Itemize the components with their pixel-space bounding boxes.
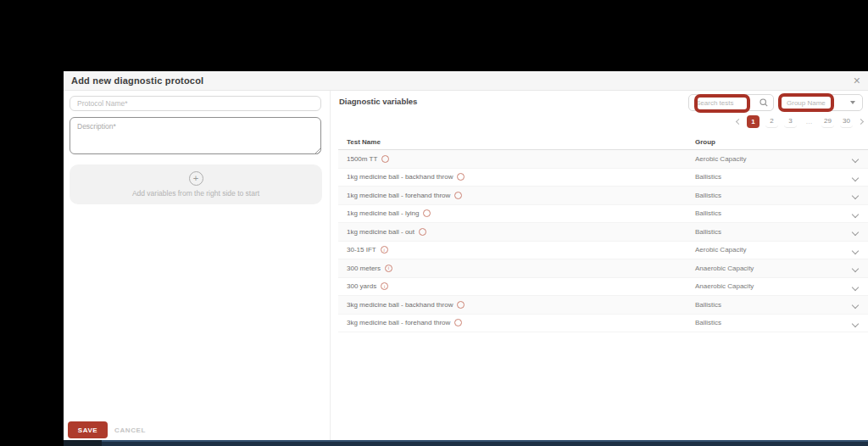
test-name-cell: 1kg medicine ball - forehand throw [338, 192, 462, 199]
group-cell: Ballistics [695, 319, 721, 326]
group-cell: Aerobic Capacity [695, 246, 746, 254]
table-row[interactable]: 1kg medicine ball - forehand throw Balli… [338, 187, 868, 205]
chevron-down-icon[interactable] [852, 174, 859, 181]
table-row[interactable]: 3kg medicine ball - backhand throw Balli… [338, 296, 868, 315]
pagination: 123…2930 [737, 114, 863, 128]
table-body: 1500m TT Aerobic Capacity 1kg medicine b… [338, 150, 868, 332]
table-row[interactable]: 1kg medicine ball - out Ballistics [338, 223, 868, 242]
page-button-1[interactable]: 1 [747, 115, 760, 128]
plus-icon: + [189, 171, 203, 186]
chevron-down-icon[interactable] [852, 320, 859, 326]
page-button-3[interactable]: 3 [784, 115, 797, 128]
test-name-cell: 1kg medicine ball - lying [338, 209, 431, 217]
cancel-button[interactable]: CANCEL [114, 421, 146, 438]
group-dropdown-placeholder: Group Name [787, 99, 826, 107]
test-name-cell: 1kg medicine ball - backhand throw [338, 173, 465, 181]
chevron-down-icon [850, 101, 855, 104]
page-button-2[interactable]: 2 [765, 115, 778, 128]
screen: Add new diagnostic protocol × + Add vari… [0, 0, 868, 446]
chevron-down-icon[interactable] [852, 156, 859, 163]
group-cell: Ballistics [695, 228, 721, 236]
page-button-30[interactable]: 30 [840, 115, 853, 128]
group-cell: Anaerobic Capacity [695, 282, 754, 290]
table-row[interactable]: 3kg medicine ball - forehand throw Balli… [338, 315, 868, 333]
info-icon[interactable] [381, 155, 389, 163]
chevron-down-icon[interactable] [852, 283, 859, 290]
group-cell: Ballistics [695, 192, 721, 199]
table-row[interactable]: 1kg medicine ball - backhand throw Balli… [338, 169, 868, 187]
info-icon[interactable] [419, 228, 426, 236]
info-icon[interactable]: i [385, 265, 392, 272]
test-name-cell: 300 meters i [338, 265, 392, 272]
group-cell: Anaerobic Capacity [695, 265, 754, 272]
chevron-down-icon[interactable] [852, 210, 859, 217]
info-icon[interactable] [423, 209, 431, 217]
chevron-left-icon[interactable] [736, 118, 742, 124]
textarea-resize-grip[interactable] [314, 148, 320, 154]
test-name-cell: 300 yards i [338, 282, 388, 290]
chevron-down-icon[interactable] [852, 229, 859, 236]
search-input[interactable] [696, 99, 755, 107]
description-textarea[interactable] [70, 117, 321, 154]
chevron-down-icon[interactable] [852, 192, 859, 199]
background-bar-segment [64, 440, 102, 446]
chevron-right-icon[interactable] [858, 118, 864, 124]
pagination-ellipsis: … [803, 115, 815, 128]
empty-state-text: Add variables from the right side to sta… [132, 189, 259, 198]
table-row[interactable]: 1kg medicine ball - lying Ballistics [338, 205, 868, 224]
info-icon[interactable] [457, 173, 465, 181]
protocol-name-input[interactable] [70, 96, 321, 111]
chevron-down-icon[interactable] [852, 247, 859, 254]
variables-table: Test Name Group 1500m TT Aerobic Capacit… [338, 135, 868, 332]
test-name-cell: 3kg medicine ball - backhand throw [338, 301, 465, 309]
variables-empty-state: + Add variables from the right side to s… [70, 164, 322, 204]
modal-title: Add new diagnostic protocol [71, 75, 203, 86]
modal-header: Add new diagnostic protocol × [64, 71, 868, 91]
save-button[interactable]: SAVE [68, 421, 108, 438]
add-protocol-modal: Add new diagnostic protocol × + Add vari… [64, 71, 868, 440]
test-name-cell: 3kg medicine ball - forehand throw [338, 319, 462, 326]
group-cell: Ballistics [695, 209, 721, 217]
test-name-cell: 30-15 IFT i [338, 246, 388, 254]
chevron-down-icon[interactable] [852, 302, 859, 309]
background-bar-highlight [102, 440, 868, 442]
chevron-down-icon[interactable] [852, 265, 859, 272]
info-icon[interactable] [457, 301, 465, 309]
group-cell: Aerobic Capacity [695, 155, 746, 163]
column-header-test-name: Test Name [338, 138, 381, 146]
page-button-29[interactable]: 29 [821, 115, 834, 128]
diagnostic-variables-title: Diagnostic variables [339, 97, 417, 106]
table-row[interactable]: 300 meters i Anaerobic Capacity [338, 259, 868, 278]
group-cell: Ballistics [695, 301, 721, 309]
test-name-cell: 1500m TT [338, 155, 389, 163]
info-icon[interactable]: i [381, 246, 388, 254]
info-icon[interactable] [454, 192, 462, 199]
table-row[interactable]: 300 yards i Anaerobic Capacity [338, 278, 868, 297]
search-tests-field[interactable] [688, 94, 774, 111]
test-name-cell: 1kg medicine ball - out [338, 228, 426, 236]
info-icon[interactable]: i [381, 282, 388, 290]
table-row[interactable]: 30-15 IFT i Aerobic Capacity [338, 242, 868, 260]
search-icon [760, 98, 768, 107]
table-row[interactable]: 1500m TT Aerobic Capacity [338, 150, 868, 169]
table-header: Test Name Group [338, 135, 868, 150]
info-icon[interactable] [454, 319, 462, 326]
close-icon[interactable]: × [854, 75, 860, 86]
group-cell: Ballistics [695, 173, 721, 181]
background-page-bar [64, 440, 868, 446]
column-header-group: Group [695, 138, 715, 146]
protocol-form-panel: + Add variables from the right side to s… [64, 91, 331, 440]
group-name-dropdown[interactable]: Group Name [779, 94, 863, 111]
